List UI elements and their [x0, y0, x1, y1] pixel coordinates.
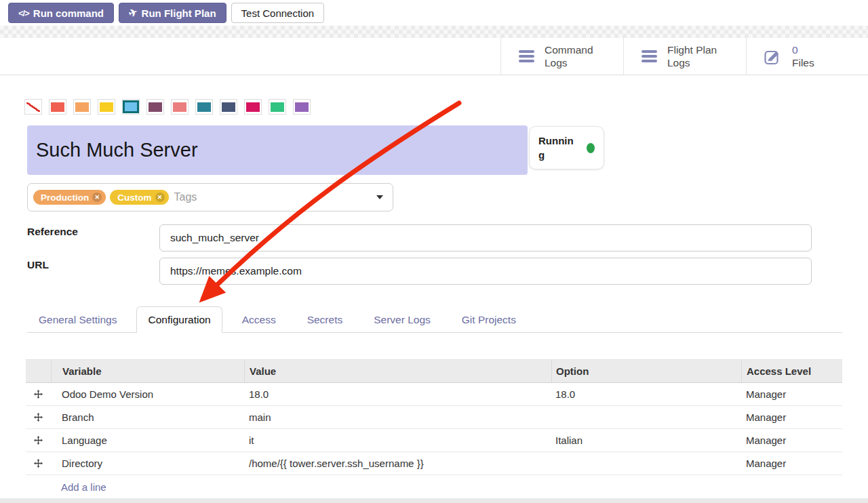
color-swatch-2[interactable] — [73, 99, 91, 115]
tag-production-label: Production — [41, 193, 89, 203]
color-swatch-7[interactable] — [195, 99, 213, 115]
tag-production[interactable]: Production ✕ — [33, 190, 106, 205]
tag-custom[interactable]: Custom ✕ — [110, 190, 168, 205]
test-connection-button[interactable]: Test Connection — [231, 3, 325, 23]
status-label: Running — [538, 134, 574, 162]
command-logs-line1: Command — [545, 44, 593, 56]
checker-strip — [0, 26, 868, 38]
list-icon — [642, 50, 657, 62]
test-connection-label: Test Connection — [241, 7, 315, 19]
cell-variable[interactable]: Odoo Demo Version — [51, 383, 244, 405]
table-row[interactable]: Odoo Demo Version 18.0 18.0 Manager — [26, 383, 842, 406]
drag-handle-icon[interactable] — [26, 383, 51, 405]
drag-handle-icon[interactable] — [26, 406, 51, 428]
url-label: URL — [27, 259, 49, 271]
color-swatch-4-selected[interactable] — [122, 99, 140, 115]
files-label: Files — [792, 57, 814, 68]
cell-variable[interactable]: Branch — [51, 406, 244, 428]
variables-table: Variable Value Option Access Level Odoo … — [26, 359, 842, 498]
status-card: Running — [529, 126, 604, 169]
flight-plan-logs-line2: Logs — [667, 57, 690, 68]
drag-handle-icon[interactable] — [26, 452, 51, 475]
color-swatch-8[interactable] — [220, 99, 237, 115]
table-header-row: Variable Value Option Access Level — [26, 359, 842, 383]
cell-access-level[interactable]: Manager — [741, 383, 842, 405]
server-name-input[interactable]: Such Much Server — [27, 125, 528, 175]
cell-access-level[interactable]: Manager — [741, 429, 842, 451]
run-flight-plan-label: Run Flight Plan — [142, 7, 216, 19]
run-command-button[interactable]: </> Run command — [8, 3, 114, 23]
table-row[interactable]: Directory /home/{{ tower.server.ssh_user… — [26, 452, 842, 475]
cell-option[interactable] — [551, 406, 741, 428]
cell-variable[interactable]: Directory — [51, 452, 244, 475]
tags-input[interactable]: Production ✕ Custom ✕ Tags — [27, 183, 393, 212]
cell-variable[interactable]: Language — [51, 429, 244, 451]
form-header-band: Command Logs Flight Plan Logs 0 Files — [0, 38, 868, 75]
tab-access[interactable]: Access — [231, 306, 288, 333]
cell-access-level[interactable]: Manager — [741, 452, 842, 475]
no-color-icon — [26, 102, 40, 112]
column-header-value[interactable]: Value — [244, 360, 551, 382]
remove-tag-icon[interactable]: ✕ — [92, 193, 102, 202]
cell-value[interactable]: main — [244, 406, 551, 428]
flight-plan-logs-line1: Flight Plan — [667, 44, 717, 56]
command-logs-stat-button[interactable]: Command Logs — [500, 38, 623, 75]
column-header-variable[interactable]: Variable — [51, 360, 244, 382]
run-flight-plan-button[interactable]: ✈ Run Flight Plan — [119, 3, 226, 23]
cell-access-level[interactable]: Manager — [741, 406, 842, 428]
color-swatch-1[interactable] — [49, 99, 66, 115]
color-swatch-none[interactable] — [24, 99, 42, 115]
column-header-option[interactable]: Option — [551, 360, 741, 382]
plane-icon: ✈ — [127, 5, 139, 20]
color-swatch-9[interactable] — [244, 99, 262, 115]
run-command-label: Run command — [33, 7, 104, 19]
color-swatch-6[interactable] — [171, 99, 189, 115]
tab-server-logs[interactable]: Server Logs — [362, 306, 442, 333]
color-swatch-3[interactable] — [98, 99, 115, 115]
cell-option[interactable]: Italian — [551, 429, 741, 451]
color-swatch-5[interactable] — [146, 99, 164, 115]
chevron-down-icon[interactable] — [376, 195, 383, 199]
cell-value[interactable]: it — [244, 429, 551, 451]
url-field[interactable] — [159, 258, 812, 285]
remove-tag-icon[interactable]: ✕ — [155, 193, 165, 202]
server-form-page: </> Run command ✈ Run Flight Plan Test C… — [0, 0, 868, 503]
add-a-line-link[interactable]: Add a line — [26, 475, 842, 498]
action-toolbar: </> Run command ✈ Run Flight Plan Test C… — [0, 0, 868, 26]
table-row[interactable]: Branch main Manager — [26, 406, 842, 429]
tags-placeholder: Tags — [174, 191, 197, 203]
tab-configuration[interactable]: Configuration — [136, 306, 222, 333]
cell-value[interactable]: /home/{{ tower.server.ssh_username }} — [244, 452, 551, 475]
cell-option[interactable]: 18.0 — [551, 383, 741, 405]
notebook-tabs: General Settings Configuration Access Se… — [27, 306, 842, 333]
color-picker — [24, 99, 311, 115]
table-row[interactable]: Language it Italian Manager — [26, 429, 842, 452]
tab-git-projects[interactable]: Git Projects — [450, 306, 528, 333]
cell-option[interactable] — [551, 452, 741, 475]
cell-value[interactable]: 18.0 — [244, 383, 551, 405]
tab-secrets[interactable]: Secrets — [296, 306, 355, 333]
handle-column-header — [26, 360, 51, 382]
list-icon — [519, 50, 534, 62]
status-green-dot-icon — [587, 143, 595, 153]
tag-custom-label: Custom — [117, 193, 151, 203]
flight-plan-logs-stat-button[interactable]: Flight Plan Logs — [623, 38, 746, 75]
code-icon: </> — [18, 8, 29, 18]
drag-handle-icon[interactable] — [26, 429, 51, 451]
edit-file-icon — [764, 48, 782, 65]
column-header-access-level[interactable]: Access Level — [741, 360, 842, 382]
bottom-strip — [0, 498, 868, 503]
command-logs-line2: Logs — [545, 57, 568, 68]
files-count: 0 — [792, 44, 798, 56]
files-stat-button[interactable]: 0 Files — [746, 38, 868, 75]
color-swatch-10[interactable] — [269, 99, 286, 115]
reference-label: Reference — [27, 226, 78, 238]
color-swatch-11[interactable] — [293, 99, 311, 115]
server-name-text: Such Much Server — [36, 139, 198, 161]
tab-general-settings[interactable]: General Settings — [27, 306, 128, 333]
reference-field[interactable] — [159, 224, 812, 252]
